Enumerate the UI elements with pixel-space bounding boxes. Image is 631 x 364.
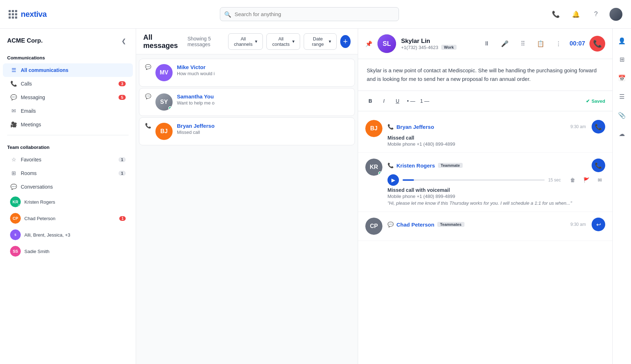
sidebar-item-rooms[interactable]: ⊞ Rooms 1 bbox=[3, 166, 133, 180]
msg-sender-name: Mike Victor bbox=[177, 64, 349, 70]
cloud-icon-button[interactable]: ☁ bbox=[616, 127, 628, 140]
saved-checkmark: ✔ bbox=[586, 98, 590, 104]
collapse-button[interactable]: ❮ bbox=[119, 36, 129, 46]
call-timer: 00:07 bbox=[570, 40, 585, 47]
sidebar-item-calls[interactable]: 📞 Calls 3 bbox=[3, 77, 133, 91]
all-communications-icon: ☰ bbox=[10, 67, 17, 74]
avatar-samantha: SY bbox=[155, 93, 173, 111]
online-indicator bbox=[18, 204, 21, 207]
sidebar-item-meetings[interactable]: 🎥 Meetings bbox=[3, 118, 133, 131]
user-avatar[interactable] bbox=[610, 8, 622, 21]
saved-label: Saved bbox=[592, 98, 605, 104]
avatar-img: KR bbox=[365, 159, 382, 176]
note-area: Skylar is a new point of contact at Medi… bbox=[358, 59, 612, 91]
voicemail-player: ▶ 15 sec 🗑 🚩 ✉ bbox=[387, 174, 605, 186]
bullet-list-button[interactable]: • — bbox=[406, 96, 416, 106]
sidebar-item-emails[interactable]: ✉ Emails bbox=[3, 104, 133, 118]
conv-avatar-chad: CP bbox=[10, 213, 21, 224]
play-button[interactable]: ▶ bbox=[387, 174, 399, 186]
bell-icon-button[interactable]: 🔔 bbox=[569, 8, 582, 21]
meetings-icon: 🎥 bbox=[10, 121, 17, 128]
list-icon-button[interactable]: ☰ bbox=[616, 90, 628, 103]
archive-voicemail-button[interactable]: ✉ bbox=[594, 175, 605, 185]
message-item-bryan[interactable]: 📞 BJ Bryan Jefferso Missed call bbox=[139, 117, 355, 145]
msg-time: 9:30 am bbox=[570, 124, 586, 129]
avatar-img: BJ bbox=[365, 120, 382, 137]
message-item-mike-victor[interactable]: 💬 MV Mike Victor How much would i bbox=[139, 59, 355, 87]
sidebar-item-label: Rooms bbox=[21, 170, 119, 176]
msg-sender-name: Bryan Jefferso bbox=[177, 123, 349, 129]
right-sidebar: 👤 ⊞ 📅 ☰ 📎 ☁ bbox=[612, 29, 631, 364]
pause-button[interactable]: ⏸ bbox=[480, 37, 494, 50]
sidebar-item-conversations[interactable]: 💬 Conversations bbox=[3, 180, 133, 194]
underline-button[interactable]: U bbox=[392, 96, 403, 106]
chat-avatar-bryan: BJ bbox=[365, 120, 382, 137]
contact-icon-button[interactable]: 👤 bbox=[616, 34, 628, 47]
numbered-list-button[interactable]: 1 — bbox=[420, 96, 430, 106]
reply-button[interactable]: ↩ bbox=[592, 218, 605, 231]
italic-button[interactable]: I bbox=[379, 96, 389, 106]
logo: nextiva bbox=[21, 10, 47, 19]
more-button[interactable]: ⋮ bbox=[552, 37, 565, 50]
app-container: nextiva 🔍 📞 🔔 ? ACME Corp. ❮ Commun bbox=[0, 0, 631, 364]
right-panel: 📌 SL Skylar Lin +1(732) 345-4623 Work ⏸ … bbox=[358, 29, 612, 364]
main-layout: ACME Corp. ❮ Communications ☰ All commun… bbox=[0, 29, 631, 364]
conversations-icon: 💬 bbox=[10, 183, 17, 190]
editor-tools: B I U • — 1 — bbox=[365, 96, 430, 106]
conv-item-kristen[interactable]: KR Kristen Rogers bbox=[3, 194, 133, 210]
grid-icon[interactable] bbox=[9, 10, 17, 19]
note-text: Skylar is a new point of contact at Medi… bbox=[367, 66, 604, 83]
msg-sender-name: Bryan Jefferso bbox=[396, 124, 434, 130]
conv-avatar-img: 5 bbox=[10, 229, 21, 240]
chevron-icon: ▾ bbox=[329, 39, 331, 44]
delete-voicemail-button[interactable]: 🗑 bbox=[567, 175, 578, 185]
pin-icon[interactable]: 📌 bbox=[365, 40, 372, 47]
conv-avatar-img: CP bbox=[10, 213, 21, 224]
all-contacts-filter[interactable]: All contacts ▾ bbox=[266, 33, 300, 50]
phone-icon-button[interactable]: 📞 bbox=[549, 8, 562, 21]
text-editor-toolbar: B I U • — 1 — ✔ Saved bbox=[358, 91, 612, 111]
bold-button[interactable]: B bbox=[365, 96, 375, 106]
conv-item-chad[interactable]: CP Chad Peterson 1 bbox=[3, 210, 133, 227]
call-back-button[interactable]: 📞 bbox=[592, 120, 605, 134]
sidebar-item-label: Messaging bbox=[21, 94, 119, 100]
sidebar-item-favorites[interactable]: ☆ Favorites 1 bbox=[3, 153, 133, 166]
keypad-button[interactable]: ⠿ bbox=[516, 37, 530, 50]
msg-item-left: 📞 bbox=[145, 123, 151, 128]
end-call-button[interactable]: 📞 bbox=[589, 36, 605, 52]
logo-text: nextiva bbox=[21, 10, 47, 19]
message-item-samantha[interactable]: 💬 SY Samantha You Want to help me o bbox=[139, 88, 355, 116]
sidebar: ACME Corp. ❮ Communications ☰ All commun… bbox=[0, 29, 136, 364]
call-controls: ⏸ 🎤 ⠿ 📋 ⋮ 00:07 📞 bbox=[480, 36, 605, 52]
sidebar-item-messaging[interactable]: 💬 Messaging 5 bbox=[3, 91, 133, 104]
call-back-button[interactable]: 📞 bbox=[592, 159, 605, 172]
sidebar-item-label: Calls bbox=[21, 81, 119, 87]
avatar-img: CP bbox=[365, 218, 382, 235]
showing-text: Showing 5 messages bbox=[187, 36, 228, 47]
note-button[interactable]: 📋 bbox=[534, 37, 548, 50]
sidebar-item-all-communications[interactable]: ☰ All communications bbox=[3, 63, 133, 77]
flag-voicemail-button[interactable]: 🚩 bbox=[581, 175, 592, 185]
conv-name: Kristen Rogers bbox=[24, 199, 126, 205]
conv-item-sadie[interactable]: SS Sadie Smith bbox=[3, 243, 133, 259]
help-icon-button[interactable]: ? bbox=[589, 8, 602, 21]
conv-name: Chad Peterson bbox=[24, 216, 116, 221]
chat-avatar-chad: CP bbox=[365, 218, 382, 235]
messaging-badge: 5 bbox=[119, 95, 126, 100]
grid-icon-button[interactable]: ⊞ bbox=[616, 53, 628, 66]
all-channels-filter[interactable]: All channels ▾ bbox=[228, 33, 263, 50]
calendar-icon-button[interactable]: 📅 bbox=[616, 72, 628, 84]
phone-number: Mobile phone +1 (480) 899-4899 bbox=[387, 194, 605, 199]
search-input[interactable] bbox=[220, 7, 399, 21]
all-channels-label: All channels bbox=[233, 36, 253, 47]
add-message-button[interactable]: + bbox=[340, 35, 351, 48]
chat-avatar-kristen: KR bbox=[365, 159, 382, 176]
middle-header-right: All channels ▾ All contacts ▾ Date range… bbox=[228, 33, 351, 50]
conv-item-group[interactable]: 5 Alli, Brent, Jessica, +3 bbox=[3, 227, 133, 243]
chat-msg-content: 📞 Kristen Rogers Teammate 📞 ▶ 15 sec bbox=[387, 159, 605, 206]
top-nav: nextiva 🔍 📞 🔔 ? bbox=[0, 0, 631, 29]
paperclip-icon-button[interactable]: 📎 bbox=[616, 109, 628, 122]
sidebar-item-label: Favorites bbox=[21, 157, 119, 162]
mute-button[interactable]: 🎤 bbox=[498, 37, 512, 50]
date-range-filter[interactable]: Date range ▾ bbox=[304, 33, 337, 50]
